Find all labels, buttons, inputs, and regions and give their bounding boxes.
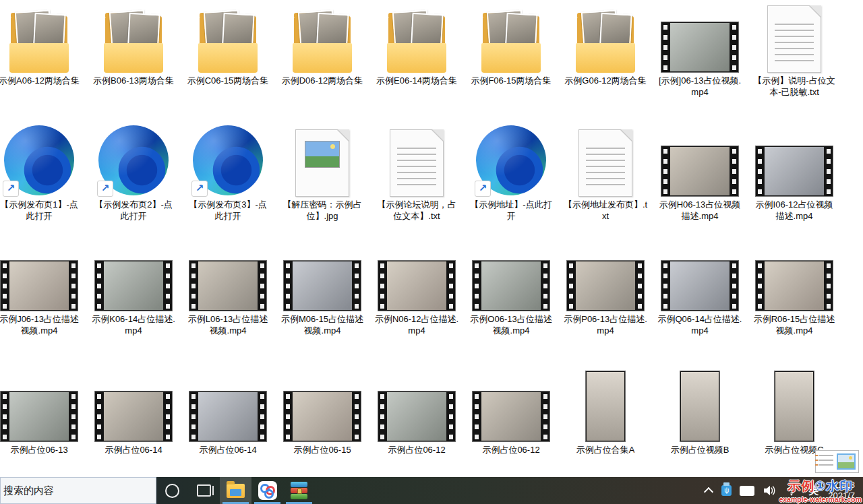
task-view-button[interactable] (188, 477, 220, 504)
tray-chevron-up-icon[interactable] (704, 487, 713, 497)
film-strip (164, 261, 172, 311)
desktop-icon-video[interactable]: 示例O06-13占位描述视频.mp4 (464, 244, 558, 336)
shortcut-arrow-icon: ↗ (3, 181, 19, 197)
video-thumbnail (378, 260, 456, 311)
list-view-icon[interactable] (819, 455, 833, 468)
desktop-icon-folder[interactable]: 示例C06-15两场合集 (181, 5, 275, 87)
video-preview (198, 261, 258, 310)
desktop-icon-video[interactable]: 示例占位06-13 (0, 368, 86, 456)
film-strip (730, 261, 738, 311)
windows-desktop: 示例A06-12两场合集示例B06-13两场合集示例C06-15两场合集示例D0… (0, 0, 863, 504)
tray-clock[interactable]: 11:18 2021/7 (828, 480, 855, 501)
taskbar-app-cloud-drive[interactable] (251, 477, 283, 504)
video-preview (681, 372, 719, 441)
video-thumbnail (94, 391, 173, 442)
desktop-icon-video[interactable]: 示例H06-13占位视频描述.mp4 (653, 121, 747, 222)
video-preview (9, 392, 69, 441)
taskbar: 搜索的内容 ψ (0, 477, 863, 504)
desktop-icon-video[interactable]: 示例占位06-12 (464, 368, 558, 456)
film-strip (69, 391, 78, 441)
desktop-icon-folder[interactable]: 示例D06-12两场合集 (275, 5, 369, 87)
film-strip (825, 261, 833, 311)
desktop-icon-video-portrait[interactable]: 示例占位视频C (747, 368, 841, 456)
film-strip (353, 391, 361, 441)
desktop-icon-folder[interactable]: 示例E06-14两场合集 (369, 5, 464, 87)
desktop-icon-txt[interactable]: 【示例论坛说明，占位文本】.txt (369, 121, 464, 222)
desktop-icon-video[interactable]: 示例占位06-14 (86, 368, 181, 456)
video-thumbnail (472, 260, 550, 311)
desktop-icon-label: 示例占位06-14 (105, 445, 162, 456)
video-thumbnail (566, 260, 645, 311)
edge-shortcut-icon: ↗ (191, 124, 264, 197)
desktop-icon-label: 示例J06-13占位描述视频.mp4 (0, 314, 82, 336)
desktop-icon-edge[interactable]: ↗【示例发布页3】-点此打开 (181, 121, 275, 222)
desktop-icon-folder[interactable]: 示例F06-15两场合集 (464, 5, 558, 87)
folder-icon (479, 11, 543, 73)
desktop-icon-video-portrait[interactable]: 示例占位视频B (653, 368, 747, 456)
desktop-icon-video[interactable]: 示例占位06-15 (275, 368, 369, 456)
desktop-icon-video[interactable]: 示例R06-15占位描述视频.mp4 (747, 244, 841, 336)
view-options-flyout[interactable] (815, 450, 859, 473)
network-signal-icon[interactable] (785, 485, 800, 496)
desktop-icon-video[interactable]: 示例N06-12占位描述.mp4 (369, 244, 464, 336)
desktop-icon-video-portrait[interactable]: 示例占位合集A (558, 368, 653, 456)
taskbar-search-box[interactable]: 搜索的内容 (0, 477, 156, 504)
desktop-icon-video[interactable]: 示例占位06-14 (181, 368, 275, 456)
film-strip (284, 261, 292, 311)
film-strip (1, 391, 9, 441)
film-strip (95, 261, 103, 311)
desktop-icon-video[interactable]: 示例I06-12占位视频描述.mp4 (747, 121, 841, 222)
video-preview (104, 261, 163, 310)
video-preview (765, 147, 824, 195)
desktop-icon-txt[interactable]: 【示例地址发布页】.txt (558, 121, 653, 222)
desktop-icon-label: 【示例发布页1】-点此打开 (0, 199, 82, 222)
archiver-icon (291, 482, 307, 499)
film-strip (661, 22, 669, 72)
film-strip (69, 261, 78, 311)
thumbnail-view-icon[interactable] (837, 453, 856, 470)
tray-date: 2021/7 (828, 491, 855, 501)
display-icon[interactable] (741, 487, 753, 495)
desktop-icon-folder[interactable]: 示例A06-12两场合集 (0, 5, 86, 87)
video-preview (775, 372, 813, 441)
desktop-icon-video[interactable]: 示例Q06-14占位描述.mp4 (653, 244, 747, 336)
film-strip (730, 146, 738, 196)
desktop-icon-video[interactable]: 示例P06-13占位描述.mp4 (558, 244, 653, 336)
edge-shortcut-icon: ↗ (3, 124, 76, 197)
text-file-icon (578, 129, 632, 197)
desktop-icon-edge[interactable]: ↗【示例发布页1】-点此打开 (0, 121, 86, 222)
desktop: 示例A06-12两场合集示例B06-13两场合集示例C06-15两场合集示例D0… (0, 0, 863, 477)
cortana-button[interactable] (156, 477, 188, 504)
film-strip (258, 261, 266, 311)
speaker-icon[interactable] (763, 485, 776, 496)
desktop-icon-video[interactable]: 示例占位06-12 (369, 368, 464, 456)
video-thumbnail (189, 391, 267, 442)
desktop-icon-video[interactable]: 示例M06-15占位描述视频.mp4 (275, 244, 369, 336)
desktop-icon-folder[interactable]: 示例G06-12两场合集 (558, 5, 653, 87)
usb-device-icon[interactable]: ψ (721, 485, 732, 496)
shortcut-arrow-icon: ↗ (475, 181, 491, 197)
archiver-icon-book (291, 482, 307, 487)
desktop-icon-video[interactable]: 示例L06-13占位描述视频.mp4 (181, 244, 275, 336)
video-preview (481, 261, 541, 310)
desktop-icon-txt[interactable]: 【示例】说明-占位文本-已脱敏.txt (747, 5, 841, 98)
folder-icon (7, 11, 71, 73)
desktop-icon-video[interactable]: 示例K06-14占位描述.mp4 (86, 244, 181, 336)
taskbar-app-archiver[interactable] (283, 477, 315, 504)
desktop-icon-label: 示例N06-12占位描述.mp4 (374, 314, 459, 336)
folder-icon (384, 11, 449, 73)
film-strip (258, 391, 266, 441)
film-strip (378, 261, 386, 311)
desktop-icon-edge[interactable]: ↗【示例地址】-点此打开 (464, 121, 558, 222)
film-strip (636, 261, 644, 311)
desktop-icon-video[interactable]: [示例]06-13占位视频.mp4 (653, 5, 747, 98)
desktop-icon-label: 示例占位合集A (576, 445, 635, 456)
desktop-icon-folder[interactable]: 示例B06-13两场合集 (86, 5, 181, 87)
taskbar-app-file-explorer[interactable] (220, 477, 251, 504)
desktop-icon-label: 示例I06-12占位视频描述.mp4 (752, 199, 837, 222)
desktop-icon-video[interactable]: 示例J06-13占位描述视频.mp4 (0, 244, 86, 336)
desktop-icon-edge[interactable]: ↗【示例发布页2】-点此打开 (86, 121, 181, 222)
desktop-icon-jpg[interactable]: 【解压密码：示例占位】.jpg (275, 121, 369, 222)
text-file-icon (767, 5, 821, 73)
language-indicator[interactable]: 英 (808, 484, 819, 497)
